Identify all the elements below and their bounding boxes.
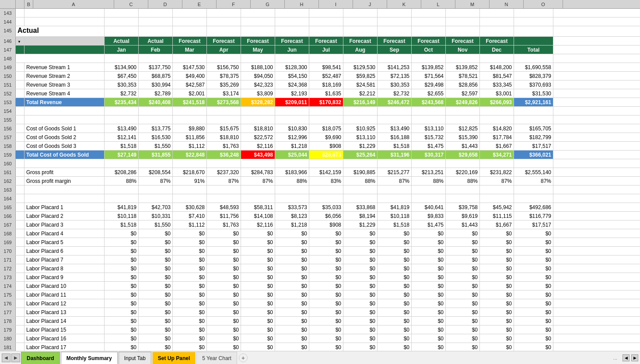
row-number: 169 [0, 238, 16, 246]
row-number: 160 [0, 159, 16, 168]
row-number: 178 [0, 317, 16, 325]
row-label: Labor Placard 14 [24, 317, 105, 325]
table-row: 172 Labor Placard 8 $0$0$0$0$0$0$0$0$0$0… [0, 264, 640, 273]
table-row: 173 Labor Placard 9 $0$0$0$0$0$0$0$0$0$0… [0, 273, 640, 282]
table-row: 153 Total Revenue $235,434$240,408$241,5… [0, 98, 640, 107]
row-label [24, 194, 105, 203]
col-header-i[interactable]: I [319, 0, 353, 8]
scroll-right-btn[interactable]: ▶ [631, 354, 638, 361]
table-row: 171 Labor Placard 7 $0$0$0$0$0$0$0$0$0$0… [0, 256, 640, 264]
table-row: 152 Revenue Stream 4 $2,732$2,789$2,001$… [0, 89, 640, 98]
row-label: Labor Placard 13 [24, 308, 105, 316]
row-number: 156 [0, 124, 16, 133]
header-forecast-jul: Forecast [309, 37, 343, 45]
row-label: Revenue Stream 3 [24, 80, 105, 89]
col-header-c[interactable]: C [114, 0, 148, 8]
row-label: Labor Placard 15 [24, 326, 105, 334]
row-number: 148 [0, 54, 16, 63]
tab-dashboard[interactable]: Dashboard [21, 352, 60, 364]
row-label [24, 159, 105, 168]
row-number: 170 [0, 247, 16, 255]
row-number: 146 [0, 37, 16, 45]
row-number: 174 [0, 282, 16, 290]
row-number: 172 [0, 264, 16, 273]
col-header-h[interactable]: H [285, 0, 319, 8]
header-forecast-apr: Forecast [207, 37, 241, 45]
row-number: 145 [0, 26, 16, 36]
row-label: Labor Placard 2 [24, 212, 105, 220]
table-row: 170 Labor Placard 6 $0$0$0$0$0$0$0$0$0$0… [0, 247, 640, 256]
row-label [24, 186, 105, 194]
row-number: 181 [0, 343, 16, 351]
row-number: 157 [0, 133, 16, 141]
row-label: Labor Placard 10 [24, 282, 105, 290]
header-actual-jan: Actual [105, 37, 139, 45]
row-label: Cost of Goods Sold 2 [24, 133, 105, 141]
tab-set-up-panel[interactable]: Set Up Panel [152, 352, 196, 364]
table-row: 161 Gross profit $208,286$208,554$218,67… [0, 168, 640, 177]
row-number: 155 [0, 116, 16, 124]
table-row: 175 Labor Placard 11 $0$0$0$0$0$0$0$0$0$… [0, 290, 640, 299]
row-label: Labor Placard 12 [24, 299, 105, 308]
header-forecast-jun: Forecast [275, 37, 309, 45]
row-label: Labor Placard 4 [24, 229, 105, 238]
row-number: 159 [0, 150, 16, 159]
table-row: 179 Labor Placard 15 $0$0$0$0$0$0$0$0$0$… [0, 326, 640, 334]
tab-5-year-chart[interactable]: 5 Year Chart [196, 352, 237, 364]
row-label: Labor Placard 11 [24, 290, 105, 299]
col-header-l[interactable]: L [421, 0, 455, 8]
scroll-left-btn[interactable]: ◀ [623, 354, 630, 361]
row-number: 162 [0, 177, 16, 185]
table-row: 163 [0, 186, 640, 194]
col-header-j[interactable]: J [353, 0, 387, 8]
col-header-f[interactable]: F [217, 0, 251, 8]
spreadsheet-body: 143 144 145 Actual [0, 9, 640, 351]
table-row: 144 [0, 18, 640, 26]
col-header-a[interactable] [16, 0, 24, 8]
row-number: 171 [0, 256, 16, 264]
row-number: 143 [0, 9, 16, 17]
col-header-m[interactable]: M [455, 0, 490, 8]
section-title: Actual [16, 26, 105, 36]
tab-monthly-summary[interactable]: Monthly Summary [61, 352, 118, 364]
row-number: 161 [0, 168, 16, 176]
table-row: 162 Gross profit margin 88%87%91%87%87%8… [0, 177, 640, 186]
table-row: 169 Labor Placard 5 $0$0$0$0$0$0$0$0$0$0… [0, 238, 640, 247]
tab-nav-right[interactable]: ▶ [11, 354, 20, 362]
row-label: Cost of Goods Sold 3 [24, 142, 105, 150]
header-forecast-may: Forecast [241, 37, 275, 45]
row-label: Revenue Stream 4 [24, 89, 105, 98]
row-number: 168 [0, 229, 16, 238]
col-header-g[interactable]: G [251, 0, 285, 8]
table-row: 150 Revenue Stream 2 $67,450$68,875$49,4… [0, 72, 640, 80]
col-header-d[interactable]: D [148, 0, 182, 8]
tab-input-tab[interactable]: Input Tab [119, 352, 151, 364]
table-row: 166 Labor Placard 2 $10,118$10,331$7,410… [0, 212, 640, 220]
row-label: Labor Placard 9 [24, 273, 105, 281]
col-header-b[interactable]: B [24, 0, 33, 8]
header-forecast-sep: Forecast [378, 37, 412, 45]
add-tab-button[interactable]: + [239, 354, 248, 362]
table-row: 156 Cost of Goods Sold 1 $13,490$13,775$… [0, 124, 640, 133]
row-number: 150 [0, 72, 16, 80]
table-row-header2: 147 Jan Feb Mar Apr May Jun Jul Aug Sep … [0, 46, 640, 54]
col-header-o[interactable]: O [524, 0, 563, 8]
row-label [24, 107, 105, 115]
table-row: 148 [0, 54, 640, 63]
row-number: 152 [0, 89, 16, 98]
col-header-label[interactable]: A [33, 0, 114, 8]
row-number: 167 [0, 220, 16, 229]
table-row: 145 Actual [0, 26, 640, 37]
tab-right-controls: ... ◀ ▶ [610, 354, 638, 361]
row-number: 177 [0, 308, 16, 316]
table-row: 176 Labor Placard 12 $0$0$0$0$0$0$0$0$0$… [0, 299, 640, 308]
row-number: 173 [0, 273, 16, 281]
col-header-k[interactable]: K [387, 0, 421, 8]
col-header-n[interactable]: N [490, 0, 524, 8]
tab-nav-left[interactable]: ◀ [2, 354, 10, 362]
table-row: 154 [0, 107, 640, 116]
row-number: 147 [0, 46, 16, 54]
table-row-header1: 146 ▼ Actual Actual Forecast Forecast Fo… [0, 37, 640, 46]
col-header-e[interactable]: E [182, 0, 217, 8]
row-label: Labor Placard 8 [24, 264, 105, 273]
